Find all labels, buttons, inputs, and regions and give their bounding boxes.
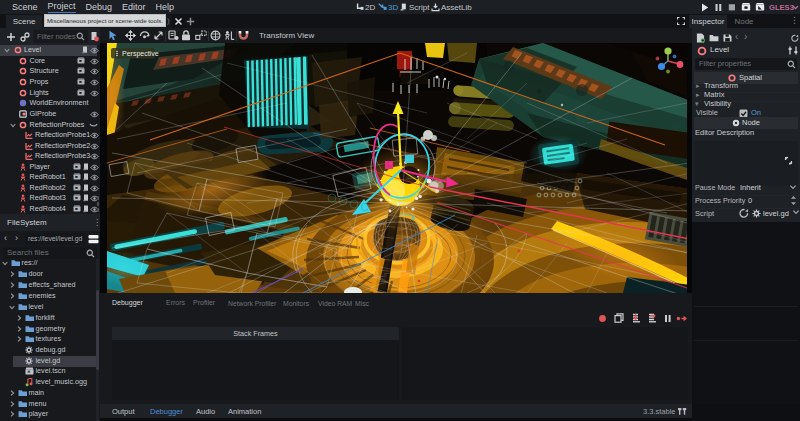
svg-text:Perspective: Perspective bbox=[122, 50, 159, 58]
